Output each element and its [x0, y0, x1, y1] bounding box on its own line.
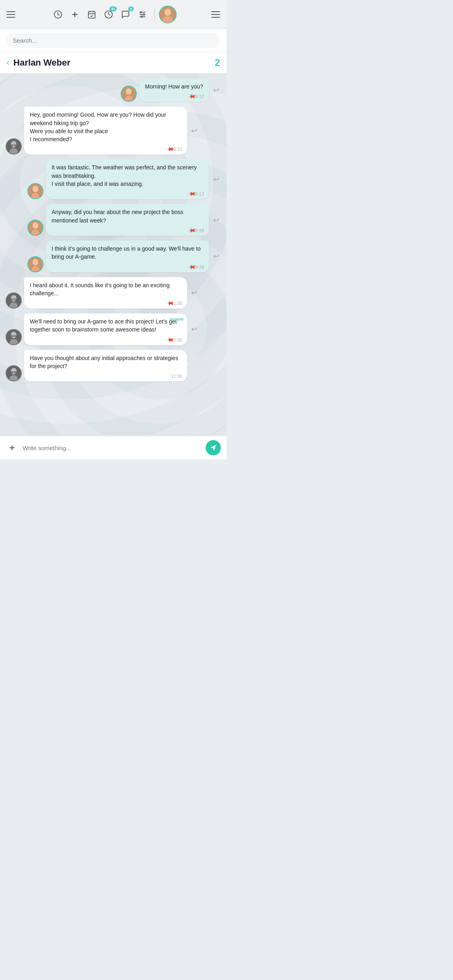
- reply-arrow-icon[interactable]: ↩: [189, 287, 200, 299]
- pin-icon[interactable]: 📌: [166, 299, 175, 308]
- avatar: [27, 220, 43, 236]
- msg-text: I heard about it. It sounds like it's go…: [30, 282, 169, 296]
- plus-icon: +: [9, 442, 15, 453]
- msg-text: Have you thought about any initial appro…: [30, 355, 178, 369]
- reply-arrow-icon[interactable]: ↩: [210, 251, 222, 262]
- msg-bubble-wrap: It was fantastic. The weather was perfec…: [46, 159, 209, 199]
- svg-point-12: [143, 14, 145, 15]
- svg-rect-3: [89, 11, 95, 18]
- reply-arrow-icon[interactable]: ↩: [189, 323, 200, 335]
- svg-point-30: [33, 186, 38, 192]
- clock-alert-badge: 35: [109, 6, 117, 11]
- chat-icon[interactable]: 9: [119, 8, 132, 21]
- msg-bubble-wrap: Have you thought about any initial appro…: [24, 350, 187, 382]
- plus-icon[interactable]: [68, 8, 81, 21]
- table-row: I heard about it. It sounds like it's go…: [3, 277, 223, 309]
- send-button[interactable]: [206, 440, 221, 455]
- search-input[interactable]: [6, 33, 220, 48]
- conv-name: Harlan Weber: [13, 58, 70, 68]
- message-input[interactable]: [23, 445, 202, 451]
- msg-bubble: It was fantastic. The weather was perfec…: [46, 159, 209, 199]
- msg-time: 11:30: [171, 374, 182, 379]
- msg-bubble: Have you thought about any initial appro…: [24, 350, 187, 382]
- message-input-bar: +: [0, 436, 226, 459]
- avatar: [6, 138, 22, 154]
- msg-bubble-wrap: I think it's going to challenge us in a …: [46, 241, 209, 272]
- user-avatar[interactable]: [159, 6, 177, 23]
- msg-text: I think it's going to challenge us in a …: [51, 245, 201, 260]
- table-row: ↩ It was fantastic. The weather was perf…: [3, 159, 223, 199]
- msg-bubble-wrap: Morning! How are you? 09:12 📌: [139, 78, 209, 102]
- back-button[interactable]: ‹: [6, 58, 9, 68]
- search-bar: [0, 29, 226, 52]
- nav-left: [6, 11, 15, 18]
- svg-point-34: [33, 222, 38, 229]
- table-row: ↩ Morning! How are you? 09:12 📌: [3, 78, 223, 102]
- pin-icon[interactable]: 📌: [166, 335, 175, 344]
- clock-alert-icon[interactable]: 35: [102, 8, 115, 21]
- conv-count[interactable]: 2: [215, 57, 220, 68]
- msg-text: Anyway, did you hear about the new proje…: [51, 209, 183, 223]
- table-row: Hey, good morning! Good, How are you? Ho…: [3, 107, 223, 154]
- avatar: [27, 183, 43, 199]
- hamburger-left-icon[interactable]: [6, 11, 15, 18]
- conv-header-left: ‹ Harlan Weber: [6, 58, 70, 68]
- svg-point-19: [126, 89, 132, 95]
- reply-arrow-icon[interactable]: ↩: [210, 174, 222, 185]
- msg-bubble: We'll need to bring our A-game to ace th…: [24, 313, 187, 345]
- avatar: [121, 86, 137, 102]
- avatar: [27, 256, 43, 272]
- conv-header: ‹ Harlan Weber 2: [0, 52, 226, 74]
- msg-bubble: I heard about it. It sounds like it's go…: [24, 277, 187, 309]
- avatar: [6, 292, 22, 309]
- overlap-text: oruyor: [170, 317, 184, 321]
- table-row: ↩ Anyway, did you hear about the new pro…: [3, 204, 223, 236]
- svg-point-42: [11, 295, 16, 302]
- msg-text: We'll need to bring our A-game to ace th…: [30, 318, 177, 333]
- pin-icon[interactable]: 📌: [187, 262, 196, 271]
- svg-point-23: [11, 141, 16, 148]
- msg-bubble: Anyway, did you hear about the new proje…: [46, 204, 209, 236]
- msg-bubble: Hey, good morning! Good, How are you? Ho…: [24, 107, 187, 154]
- reply-arrow-icon[interactable]: ↩: [210, 214, 222, 226]
- attach-button[interactable]: +: [6, 441, 19, 454]
- svg-point-56: [11, 368, 16, 375]
- msg-bubble-wrap: We'll need to bring our A-game to ace th…: [24, 313, 187, 345]
- svg-point-11: [140, 11, 142, 13]
- msg-bubble: Morning! How are you? 09:12 📌: [139, 78, 209, 102]
- pin-icon[interactable]: 📌: [166, 145, 175, 154]
- svg-point-15: [165, 8, 171, 16]
- svg-point-13: [141, 16, 142, 17]
- msg-text: It was fantastic. The weather was perfec…: [51, 164, 197, 187]
- pin-icon[interactable]: 📌: [187, 189, 196, 198]
- clock-icon[interactable]: [51, 8, 64, 21]
- nav-center: 35 9: [50, 6, 177, 23]
- pin-icon[interactable]: 📌: [187, 226, 196, 235]
- nav-divider: [154, 7, 155, 22]
- svg-point-38: [33, 259, 38, 265]
- calendar-icon[interactable]: [85, 8, 98, 21]
- nav-right: [211, 11, 220, 18]
- avatar: [6, 365, 22, 381]
- avatar: [6, 329, 22, 345]
- reply-arrow-icon[interactable]: ↩: [189, 125, 200, 136]
- chat-badge: 9: [128, 6, 134, 11]
- table-row: We'll need to bring our A-game to ace th…: [3, 313, 223, 345]
- msg-bubble-wrap: I heard about it. It sounds like it's go…: [24, 277, 187, 309]
- table-row: Have you thought about any initial appro…: [3, 350, 223, 382]
- reply-arrow-icon[interactable]: ↩: [210, 84, 222, 96]
- pin-icon[interactable]: 📌: [187, 92, 196, 101]
- msg-bubble-wrap: Hey, good morning! Good, How are you? Ho…: [24, 107, 187, 154]
- svg-point-49: [11, 331, 16, 338]
- msg-bubble-wrap: Anyway, did you hear about the new proje…: [46, 204, 209, 236]
- sliders-icon[interactable]: [136, 8, 149, 21]
- table-row: ↩ I think it's going to challenge us in …: [3, 241, 223, 272]
- chat-area: ↩ Morning! How are you? 09:12 📌: [0, 74, 226, 436]
- hamburger-right-icon[interactable]: [211, 11, 220, 18]
- msg-text: Hey, good morning! Good, How are you? Ho…: [30, 111, 166, 142]
- msg-text: Morning! How are you?: [145, 83, 203, 90]
- msg-bubble: I think it's going to challenge us in a …: [46, 241, 209, 272]
- top-nav: 35 9: [0, 0, 226, 29]
